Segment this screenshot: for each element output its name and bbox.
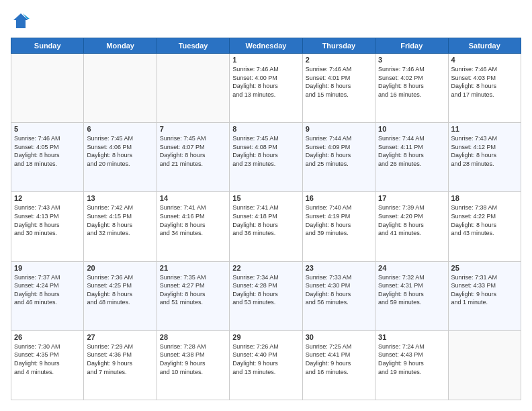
week-row-5: 26Sunrise: 7:30 AM Sunset: 4:35 PM Dayli… — [11, 330, 521, 400]
cell-content: Sunrise: 7:46 AM Sunset: 4:02 PM Dayligh… — [378, 65, 445, 99]
cell-content: Sunrise: 7:46 AM Sunset: 4:01 PM Dayligh… — [306, 65, 372, 99]
day-number: 6 — [87, 125, 153, 133]
cell-content: Sunrise: 7:46 AM Sunset: 4:00 PM Dayligh… — [232, 65, 299, 99]
day-number: 19 — [14, 264, 81, 272]
cell-content: Sunrise: 7:41 AM Sunset: 4:18 PM Dayligh… — [232, 203, 299, 237]
calendar-cell: 5Sunrise: 7:46 AM Sunset: 4:05 PM Daylig… — [11, 123, 84, 192]
weekday-header-friday: Friday — [375, 38, 448, 54]
calendar-cell — [448, 330, 521, 400]
weekday-header-thursday: Thursday — [302, 38, 375, 54]
header — [11, 11, 521, 31]
week-row-2: 5Sunrise: 7:46 AM Sunset: 4:05 PM Daylig… — [11, 123, 521, 192]
cell-content: Sunrise: 7:44 AM Sunset: 4:11 PM Dayligh… — [378, 134, 445, 168]
day-number: 31 — [378, 333, 445, 341]
day-number: 5 — [14, 125, 81, 133]
day-number: 30 — [306, 333, 372, 341]
cell-content: Sunrise: 7:35 AM Sunset: 4:27 PM Dayligh… — [160, 273, 226, 307]
cell-content: Sunrise: 7:26 AM Sunset: 4:40 PM Dayligh… — [232, 342, 299, 376]
page: SundayMondayTuesdayWednesdayThursdayFrid… — [0, 0, 532, 411]
cell-content: Sunrise: 7:29 AM Sunset: 4:36 PM Dayligh… — [87, 342, 153, 376]
day-number: 7 — [160, 125, 226, 133]
calendar-table: SundayMondayTuesdayWednesdayThursdayFrid… — [11, 38, 521, 400]
cell-content: Sunrise: 7:25 AM Sunset: 4:41 PM Dayligh… — [306, 342, 372, 376]
cell-content: Sunrise: 7:45 AM Sunset: 4:08 PM Dayligh… — [232, 134, 299, 168]
calendar-cell — [11, 54, 84, 123]
calendar-cell: 30Sunrise: 7:25 AM Sunset: 4:41 PM Dayli… — [302, 330, 375, 400]
day-number: 24 — [378, 264, 445, 272]
day-number: 13 — [87, 194, 153, 202]
calendar-cell: 11Sunrise: 7:43 AM Sunset: 4:12 PM Dayli… — [448, 123, 521, 192]
cell-content: Sunrise: 7:45 AM Sunset: 4:06 PM Dayligh… — [87, 134, 153, 168]
day-number: 16 — [306, 194, 372, 202]
cell-content: Sunrise: 7:31 AM Sunset: 4:33 PM Dayligh… — [451, 273, 518, 307]
cell-content: Sunrise: 7:39 AM Sunset: 4:20 PM Dayligh… — [378, 203, 445, 237]
cell-content: Sunrise: 7:43 AM Sunset: 4:12 PM Dayligh… — [451, 134, 518, 168]
calendar-cell: 17Sunrise: 7:39 AM Sunset: 4:20 PM Dayli… — [375, 192, 448, 261]
weekday-header-sunday: Sunday — [11, 38, 84, 54]
cell-content: Sunrise: 7:42 AM Sunset: 4:15 PM Dayligh… — [87, 203, 153, 237]
day-number: 22 — [232, 264, 299, 272]
calendar-cell: 29Sunrise: 7:26 AM Sunset: 4:40 PM Dayli… — [230, 330, 302, 400]
calendar-cell: 2Sunrise: 7:46 AM Sunset: 4:01 PM Daylig… — [302, 54, 375, 123]
day-number: 29 — [232, 333, 299, 341]
calendar-cell: 20Sunrise: 7:36 AM Sunset: 4:25 PM Dayli… — [84, 261, 157, 330]
cell-content: Sunrise: 7:37 AM Sunset: 4:24 PM Dayligh… — [14, 273, 81, 307]
cell-content: Sunrise: 7:33 AM Sunset: 4:30 PM Dayligh… — [306, 273, 372, 307]
calendar-cell: 18Sunrise: 7:38 AM Sunset: 4:22 PM Dayli… — [448, 192, 521, 261]
calendar-cell: 16Sunrise: 7:40 AM Sunset: 4:19 PM Dayli… — [302, 192, 375, 261]
day-number: 3 — [378, 56, 445, 64]
day-number: 2 — [306, 56, 372, 64]
calendar-cell: 31Sunrise: 7:24 AM Sunset: 4:43 PM Dayli… — [375, 330, 448, 400]
cell-content: Sunrise: 7:30 AM Sunset: 4:35 PM Dayligh… — [14, 342, 81, 376]
day-number: 27 — [87, 333, 153, 341]
day-number: 9 — [306, 125, 372, 133]
calendar-cell: 10Sunrise: 7:44 AM Sunset: 4:11 PM Dayli… — [375, 123, 448, 192]
calendar-cell: 9Sunrise: 7:44 AM Sunset: 4:09 PM Daylig… — [302, 123, 375, 192]
logo — [11, 11, 34, 31]
cell-content: Sunrise: 7:46 AM Sunset: 4:03 PM Dayligh… — [451, 65, 518, 99]
cell-content: Sunrise: 7:44 AM Sunset: 4:09 PM Dayligh… — [306, 134, 372, 168]
weekday-header-row: SundayMondayTuesdayWednesdayThursdayFrid… — [11, 38, 521, 54]
week-row-3: 12Sunrise: 7:43 AM Sunset: 4:13 PM Dayli… — [11, 192, 521, 261]
day-number: 10 — [378, 125, 445, 133]
cell-content: Sunrise: 7:45 AM Sunset: 4:07 PM Dayligh… — [160, 134, 226, 168]
day-number: 1 — [232, 56, 299, 64]
day-number: 12 — [14, 194, 81, 202]
calendar-cell — [157, 54, 229, 123]
day-number: 17 — [378, 194, 445, 202]
calendar-cell: 1Sunrise: 7:46 AM Sunset: 4:00 PM Daylig… — [230, 54, 302, 123]
cell-content: Sunrise: 7:40 AM Sunset: 4:19 PM Dayligh… — [306, 203, 372, 237]
calendar-cell: 12Sunrise: 7:43 AM Sunset: 4:13 PM Dayli… — [11, 192, 84, 261]
calendar-cell: 22Sunrise: 7:34 AM Sunset: 4:28 PM Dayli… — [230, 261, 302, 330]
cell-content: Sunrise: 7:41 AM Sunset: 4:16 PM Dayligh… — [160, 203, 226, 237]
day-number: 8 — [232, 125, 299, 133]
day-number: 26 — [14, 333, 81, 341]
calendar-cell: 14Sunrise: 7:41 AM Sunset: 4:16 PM Dayli… — [157, 192, 229, 261]
calendar-cell — [84, 54, 157, 123]
calendar-cell: 15Sunrise: 7:41 AM Sunset: 4:18 PM Dayli… — [230, 192, 302, 261]
calendar-cell: 3Sunrise: 7:46 AM Sunset: 4:02 PM Daylig… — [375, 54, 448, 123]
day-number: 23 — [306, 264, 372, 272]
calendar-cell: 27Sunrise: 7:29 AM Sunset: 4:36 PM Dayli… — [84, 330, 157, 400]
weekday-header-saturday: Saturday — [448, 38, 521, 54]
day-number: 20 — [87, 264, 153, 272]
day-number: 14 — [160, 194, 226, 202]
week-row-1: 1Sunrise: 7:46 AM Sunset: 4:00 PM Daylig… — [11, 54, 521, 123]
weekday-header-wednesday: Wednesday — [230, 38, 302, 54]
calendar-cell: 6Sunrise: 7:45 AM Sunset: 4:06 PM Daylig… — [84, 123, 157, 192]
cell-content: Sunrise: 7:38 AM Sunset: 4:22 PM Dayligh… — [451, 203, 518, 237]
cell-content: Sunrise: 7:32 AM Sunset: 4:31 PM Dayligh… — [378, 273, 445, 307]
calendar-cell: 24Sunrise: 7:32 AM Sunset: 4:31 PM Dayli… — [375, 261, 448, 330]
day-number: 28 — [160, 333, 226, 341]
day-number: 15 — [232, 194, 299, 202]
cell-content: Sunrise: 7:36 AM Sunset: 4:25 PM Dayligh… — [87, 273, 153, 307]
day-number: 4 — [451, 56, 518, 64]
calendar-cell: 21Sunrise: 7:35 AM Sunset: 4:27 PM Dayli… — [157, 261, 229, 330]
cell-content: Sunrise: 7:46 AM Sunset: 4:05 PM Dayligh… — [14, 134, 81, 168]
calendar-cell: 25Sunrise: 7:31 AM Sunset: 4:33 PM Dayli… — [448, 261, 521, 330]
day-number: 25 — [451, 264, 518, 272]
calendar-cell: 7Sunrise: 7:45 AM Sunset: 4:07 PM Daylig… — [157, 123, 229, 192]
calendar-cell: 8Sunrise: 7:45 AM Sunset: 4:08 PM Daylig… — [230, 123, 302, 192]
day-number: 11 — [451, 125, 518, 133]
calendar-cell: 26Sunrise: 7:30 AM Sunset: 4:35 PM Dayli… — [11, 330, 84, 400]
